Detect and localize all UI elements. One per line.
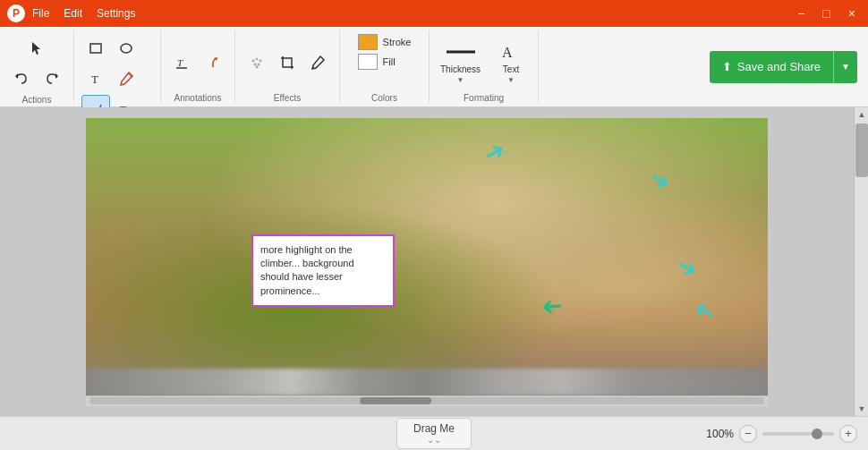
cyan-arrow-5: ➜ (688, 293, 720, 329)
pencil-icon (118, 71, 134, 87)
pencil-tool-button[interactable] (112, 64, 140, 93)
svg-point-9 (260, 60, 262, 63)
svg-point-12 (256, 66, 259, 69)
zoom-level: 100% (703, 428, 734, 440)
annotation-text-icon: T (174, 55, 191, 71)
image-container: ➜ ➜ ➜ ➜ ➜ more highlight on the climber.… (86, 118, 768, 406)
window-controls: − □ × (792, 4, 861, 22)
horizontal-scrollbar[interactable] (86, 395, 768, 406)
save-group: ⬆ Save and Share ▼ (699, 30, 868, 103)
annotation-text-button[interactable]: T (168, 48, 197, 77)
vertical-scrollbar[interactable]: ▲ ▼ (854, 107, 868, 416)
text-icon: T (88, 71, 104, 87)
cyan-arrow-3: ➜ (670, 249, 702, 284)
toolbar-group-effects: Effects (235, 30, 340, 103)
brush-effect-button[interactable] (303, 48, 332, 77)
hscroll-track[interactable] (89, 397, 764, 404)
vscroll-thumb[interactable] (855, 123, 868, 177)
image-canvas[interactable]: ➜ ➜ ➜ ➜ ➜ more highlight on the climber.… (86, 118, 768, 395)
stroke-color-label: Stroke (383, 37, 412, 47)
thickness-icon (445, 41, 477, 63)
select-tool-button[interactable] (22, 34, 51, 63)
text-format-control[interactable]: A Text ▼ (491, 39, 531, 86)
formatting-inner: Thickness ▼ A Text ▼ (437, 30, 531, 91)
undo-redo-row (7, 64, 66, 93)
blur-effect-button[interactable] (243, 48, 271, 77)
stroke-color-row: Stroke (358, 34, 412, 50)
drag-chevrons-icon: ⌄⌄ (427, 435, 441, 445)
svg-rect-0 (90, 44, 101, 53)
undo-button[interactable] (7, 64, 36, 93)
thickness-chevron-icon: ▼ (457, 76, 464, 84)
svg-text:T: T (177, 57, 183, 68)
scroll-up-button[interactable]: ▲ (855, 107, 868, 122)
toolbar: Actions T T Shapes (0, 27, 868, 107)
save-share-label: Save and Share (737, 60, 821, 73)
rectangle-tool-button[interactable] (81, 34, 110, 63)
actions-label: Actions (22, 95, 52, 105)
save-share-button[interactable]: ⬆ Save and Share ▼ (710, 51, 857, 83)
menu-settings[interactable]: Settings (97, 7, 135, 20)
effects-inner (243, 30, 332, 91)
cursor-icon (29, 40, 45, 56)
scroll-down-button[interactable]: ▼ (855, 402, 868, 416)
effects-label: Effects (274, 93, 301, 103)
text-format-icon: A (495, 41, 527, 63)
hscroll-thumb[interactable] (360, 397, 431, 404)
canvas-wrapper[interactable]: ➜ ➜ ➜ ➜ ➜ more highlight on the climber.… (0, 107, 854, 416)
blur-strip (86, 369, 768, 395)
climber-scene: ➜ ➜ ➜ ➜ ➜ more highlight on the climber.… (86, 118, 768, 395)
text-chevron-icon: ▼ (507, 76, 515, 84)
crop-icon (279, 55, 295, 71)
toolbar-group-colors: Stroke Fill Colors (340, 30, 430, 103)
zoom-slider-thumb[interactable] (812, 429, 822, 439)
colors-label: Colors (371, 93, 397, 103)
zoom-slider[interactable] (762, 432, 834, 436)
fill-color-swatch[interactable] (358, 54, 378, 70)
text-callout[interactable]: more highlight on the climber... backgro… (251, 234, 395, 308)
undo-icon (13, 71, 30, 87)
maximize-button[interactable]: □ (817, 4, 835, 22)
drag-me-button[interactable]: Drag Me ⌄⌄ (396, 418, 472, 449)
zoom-out-button[interactable]: − (739, 425, 757, 443)
toolbar-group-actions: Actions (0, 30, 74, 103)
fill-color-label: Fill (383, 56, 396, 67)
menu-bar: File Edit Settings (32, 7, 135, 20)
ellipse-icon (118, 40, 134, 56)
brush-icon (310, 55, 326, 71)
menu-file[interactable]: File (32, 7, 49, 20)
zoom-in-button[interactable]: + (839, 425, 857, 443)
thickness-control[interactable]: Thickness ▼ (437, 39, 484, 86)
drag-me-label: Drag Me (413, 422, 455, 435)
annotation-arrow-button[interactable] (199, 48, 227, 77)
close-button[interactable]: × (843, 4, 861, 22)
stroke-color-swatch[interactable] (358, 34, 378, 50)
zoom-controls: 100% − + (703, 425, 857, 443)
redo-icon (44, 71, 60, 87)
annotation-arrow-icon (205, 55, 221, 71)
cyan-arrow-4: ➜ (541, 292, 565, 323)
toolbar-group-annotations: T Annotations (161, 30, 235, 103)
crop-effect-button[interactable] (273, 48, 302, 77)
title-bar: P File Edit Settings − □ × (0, 0, 868, 27)
save-dropdown-chevron-icon[interactable]: ▼ (834, 62, 857, 72)
text-tool-button[interactable]: T (81, 64, 110, 93)
text-format-label: Text (503, 64, 519, 74)
formatting-label: Formating (464, 93, 504, 103)
colors-inner: Stroke Fill (358, 30, 412, 91)
cyan-arrow-1: ➜ (478, 134, 510, 170)
ellipse-tool-button[interactable] (112, 34, 140, 63)
blur-icon (249, 55, 265, 71)
callout-text: more highlight on the climber... backgro… (260, 244, 354, 296)
minimize-button[interactable]: − (792, 4, 810, 22)
menu-edit[interactable]: Edit (64, 7, 82, 20)
svg-text:T: T (91, 72, 98, 86)
annotations-inner: T (168, 30, 227, 91)
annotations-label: Annotations (174, 93, 222, 103)
canvas-area: ➜ ➜ ➜ ➜ ➜ more highlight on the climber.… (0, 107, 868, 416)
redo-button[interactable] (38, 64, 66, 93)
fill-color-row: Fill (358, 54, 396, 70)
thickness-label: Thickness (440, 64, 481, 74)
toolbar-group-shapes: T T Shapes (74, 30, 161, 103)
svg-text:A: A (502, 45, 513, 60)
